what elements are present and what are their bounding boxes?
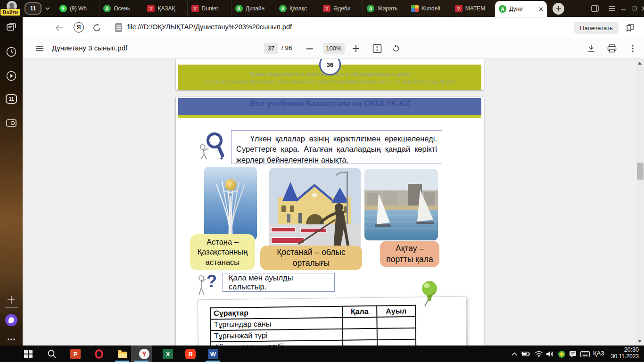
comparison-table: Сұрақтар Қала Ауыл Тұрғындар саны Тұрғын… [210, 305, 416, 346]
green-shield-icon [558, 351, 565, 358]
pdf-document-title: Дүниетану 3 сынып.pdf [52, 44, 127, 52]
scroll-down-arrow[interactable] [638, 340, 642, 343]
back-arrow-icon [55, 25, 64, 31]
pdf-scrollbar[interactable] [636, 59, 644, 346]
tab-whatsapp[interactable]: 9(9) Wh [56, 0, 99, 17]
new-tab-button[interactable] [553, 3, 564, 15]
tab-duniet[interactable]: ▽Duniet [188, 0, 231, 17]
tray-expand-button[interactable] [509, 349, 520, 359]
side-panel-toggle-button[interactable] [588, 0, 602, 17]
rotate-button[interactable] [389, 42, 403, 55]
browser-side-panel: 11 [0, 17, 23, 346]
red-book-icon: ▽ [455, 5, 462, 12]
file-explorer-icon [117, 350, 128, 358]
battery-icon [521, 351, 530, 357]
back-button[interactable] [54, 22, 65, 33]
language-indicator[interactable]: ҚАЗ [593, 350, 604, 357]
tab-zharat[interactable]: AЖарать [363, 0, 407, 17]
screen: Войти 11 9(9) Wh AОсень ▽ҚАЗАҚ ▽Duniet A… [0, 0, 644, 362]
panels-icon [7, 23, 16, 32]
tray-app-icon[interactable] [556, 349, 567, 359]
pdf-page-37: Все учебники Казахстана на OKULYK.KZ Үлк… [176, 97, 484, 346]
alice-assistant-button[interactable] [5, 314, 17, 326]
plus-icon [353, 45, 359, 52]
tab-kundelik[interactable]: Kundeli [407, 0, 451, 17]
collections-icon [625, 24, 635, 32]
tab-list-chevron-icon[interactable] [45, 6, 50, 11]
green-a-icon: A [279, 5, 287, 12]
caption-kostanay: Қостанай – облыс орталығы [260, 246, 362, 270]
taskbar-yandex-app-button[interactable]: Я [184, 348, 197, 360]
search-icon [47, 349, 57, 359]
sidebar-add-button[interactable] [6, 294, 17, 305]
zoom-in-button[interactable] [349, 42, 363, 55]
pdf-outline-button[interactable] [33, 42, 46, 55]
all-tabs-button[interactable]: 11 [6, 94, 17, 104]
zoom-out-button[interactable] [303, 42, 316, 55]
history-button[interactable] [6, 46, 17, 58]
taskbar-explorer-button[interactable] [116, 348, 129, 360]
tab-dunietanu-active[interactable]: A Дүни [495, 1, 547, 17]
scrollbar-thumb[interactable] [637, 163, 644, 180]
okulyk-banner: Все учебники Казахстана на OKULYK.KZ [178, 98, 481, 115]
start-button[interactable] [22, 348, 34, 360]
zoom-level[interactable]: 100% [323, 43, 345, 54]
green-a-icon: A [499, 5, 506, 13]
close-window-button[interactable] [637, 0, 644, 17]
wifi-status-icon[interactable] [534, 349, 544, 359]
windows-logo-icon [24, 350, 33, 358]
tab-strip: 9(9) Wh AОсень ▽ҚАЗАҚ ▽Duniet AДизайн AҚ… [56, 0, 495, 17]
touch-keyboard-icon[interactable] [580, 349, 590, 359]
pdf-print-button[interactable] [605, 42, 619, 55]
pdf-download-button[interactable] [585, 42, 598, 55]
screenshot-button[interactable] [6, 117, 17, 128]
notifications-icon[interactable] [568, 349, 578, 359]
tab-counter[interactable]: 11 [25, 2, 41, 15]
close-tab-icon[interactable] [539, 7, 543, 11]
red-book-icon: ▽ [147, 5, 155, 12]
green-a-icon: A [103, 5, 111, 12]
pdf-viewport[interactable]: *Книга предоставлена исключительно в обр… [23, 59, 636, 346]
taskbar-excel-button[interactable]: X [162, 348, 174, 360]
tab-dizain[interactable]: AДизайн [231, 0, 275, 17]
header-questions: Сұрақтар [210, 306, 342, 319]
address-bar: Я file:///D:/ОҚУЛЫҚТАР/Дүниетану%203%20с… [23, 18, 644, 38]
keyboard-icon [580, 351, 590, 357]
tab-adebi[interactable]: ▽Әдеби [319, 0, 363, 17]
sign-in-button[interactable]: Войти [0, 9, 20, 16]
print-page-button[interactable]: Напечатать [574, 22, 619, 34]
url-text[interactable]: file:///D:/ОҚУЛЫҚТАР/Дүниетану%203%20сын… [127, 23, 292, 31]
page-number-input[interactable]: 37 [264, 43, 278, 54]
yandex-home-button[interactable]: Я [74, 22, 84, 33]
taskbar-word-button[interactable]: W [207, 348, 219, 360]
volume-icon[interactable] [545, 349, 555, 359]
aktau-port-photo [364, 169, 438, 240]
battery-status-icon[interactable] [520, 349, 531, 359]
video-button[interactable] [6, 70, 17, 82]
task2-text-box: Қала мен ауылды салыстыр. [223, 273, 335, 292]
taskbar-yandex-browser-button[interactable]: Y [138, 348, 150, 360]
tab-groups-button[interactable] [6, 22, 17, 33]
yandex-app-icon: Я [185, 349, 196, 359]
tab-kazak[interactable]: ▽ҚАЗАҚ [143, 0, 187, 17]
collections-button[interactable] [624, 22, 636, 33]
reload-button[interactable] [91, 22, 103, 33]
clock-icon [6, 47, 17, 57]
okulyk-banner-text: Все учебники Казахстана на OKULYK.KZ [178, 99, 481, 108]
tab-matem[interactable]: ▽МАТЕМ [451, 0, 495, 17]
tab-kazaks[interactable]: AҚазақс [275, 0, 319, 17]
taskbar-powerpoint-button[interactable]: P [69, 348, 82, 360]
taskbar-clock[interactable]: 20:30 30.11.2023 [606, 346, 639, 360]
play-icon [6, 71, 17, 81]
fit-to-page-button[interactable] [371, 42, 384, 55]
sidebar-more-button[interactable] [6, 334, 17, 345]
tab-osen[interactable]: AОсень [99, 0, 143, 17]
scroll-up-arrow[interactable] [638, 62, 642, 65]
pdf-more-button[interactable] [626, 42, 639, 55]
wifi-icon [535, 351, 543, 357]
taskbar-search-button[interactable] [46, 348, 58, 360]
taskbar-opera-button[interactable] [93, 348, 105, 360]
sidebar-divider [5, 307, 18, 308]
plus-icon [7, 296, 16, 304]
maximize-icon [632, 6, 637, 11]
